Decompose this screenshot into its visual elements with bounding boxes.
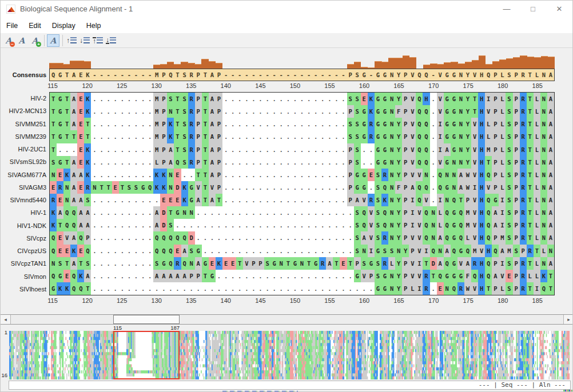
residue-cell[interactable]: A <box>70 93 77 105</box>
residue-cell[interactable]: S <box>354 219 361 231</box>
residue-cell[interactable]: A <box>437 231 444 244</box>
residue-cell[interactable]: . <box>340 231 347 244</box>
residue-cell[interactable]: . <box>229 118 236 130</box>
residue-cell[interactable]: . <box>202 231 209 244</box>
residue-cell[interactable]: T <box>63 105 70 118</box>
residue-cell[interactable]: V <box>437 93 444 105</box>
residue-cell[interactable]: R <box>520 118 527 130</box>
residue-cell[interactable]: K <box>70 245 77 257</box>
residue-cell[interactable]: G <box>57 118 63 130</box>
residue-cell[interactable]: . <box>250 156 257 169</box>
residue-cell[interactable]: S <box>167 93 174 105</box>
residue-cell[interactable]: . <box>236 130 243 143</box>
residue-cell[interactable]: P <box>492 169 499 181</box>
residue-cell[interactable]: P <box>402 219 409 231</box>
residue-cell[interactable]: . <box>326 118 333 130</box>
residue-cell[interactable]: . <box>319 169 326 181</box>
residue-cell[interactable]: . <box>105 156 112 169</box>
residue-cell[interactable]: V <box>437 156 444 169</box>
residue-cell[interactable]: . <box>285 282 292 295</box>
residue-cell[interactable]: T <box>63 93 70 105</box>
residue-cell[interactable]: . <box>229 219 236 231</box>
residue-cell[interactable]: P <box>492 93 499 105</box>
residue-cell[interactable]: . <box>285 156 292 169</box>
residue-cell[interactable]: . <box>243 156 250 169</box>
residue-cell[interactable]: G <box>312 257 319 270</box>
residue-cell[interactable]: G <box>57 93 63 105</box>
residue-cell[interactable]: . <box>319 219 326 231</box>
residue-cell[interactable]: . <box>222 245 229 257</box>
residue-cell[interactable]: Q <box>485 257 492 270</box>
residue-cell[interactable]: N <box>167 181 174 194</box>
residue-cell[interactable]: N <box>430 219 437 231</box>
residue-cell[interactable]: . <box>257 169 264 181</box>
residue-cell[interactable]: . <box>167 282 174 295</box>
residue-cell[interactable]: . <box>333 143 340 156</box>
residue-cell[interactable]: Q <box>540 282 547 295</box>
residue-cell[interactable]: P <box>402 257 409 270</box>
residue-cell[interactable]: . <box>299 169 305 181</box>
residue-cell[interactable]: A <box>70 194 77 206</box>
residue-cell[interactable]: . <box>361 143 368 156</box>
residue-cell[interactable]: . <box>292 118 299 130</box>
residue-cell[interactable]: . <box>112 156 119 169</box>
close-button[interactable]: ✕ <box>546 1 572 18</box>
residue-cell[interactable]: . <box>278 93 285 105</box>
residue-cell[interactable]: Y <box>464 143 471 156</box>
residue-cell[interactable]: T <box>70 130 77 143</box>
residue-cell[interactable]: A <box>209 105 216 118</box>
residue-cell[interactable]: P <box>402 169 409 181</box>
residue-cell[interactable]: R <box>381 169 388 181</box>
residue-cell[interactable]: . <box>91 206 98 219</box>
residue-cell[interactable]: . <box>257 206 264 219</box>
residue-cell[interactable]: V <box>478 245 485 257</box>
residue-cell[interactable]: . <box>202 206 209 219</box>
residue-cell[interactable]: . <box>105 105 112 118</box>
residue-cell[interactable]: V <box>409 231 416 244</box>
residue-cell[interactable]: . <box>98 118 105 130</box>
residue-cell[interactable]: . <box>91 93 98 105</box>
residue-cell[interactable]: P <box>402 181 409 194</box>
residue-cell[interactable]: S <box>181 130 188 143</box>
residue-cell[interactable]: T <box>50 105 57 118</box>
residue-cell[interactable]: N <box>50 257 57 270</box>
residue-cell[interactable]: . <box>250 130 257 143</box>
residue-cell[interactable]: G <box>451 118 457 130</box>
residue-cell[interactable]: . <box>112 245 119 257</box>
residue-cell[interactable]: A <box>547 105 554 118</box>
residue-cell[interactable]: . <box>229 231 236 244</box>
residue-cell[interactable]: A <box>77 206 84 219</box>
residue-cell[interactable]: . <box>340 130 347 143</box>
residue-cell[interactable]: N <box>388 169 395 181</box>
residue-cell[interactable]: P <box>195 130 202 143</box>
residue-cell[interactable]: . <box>126 245 133 257</box>
residue-cell[interactable]: G <box>381 93 388 105</box>
residue-cell[interactable]: G <box>381 130 388 143</box>
residue-cell[interactable]: . <box>146 105 153 118</box>
residue-cell[interactable]: . <box>285 231 292 244</box>
residue-cell[interactable]: . <box>312 245 319 257</box>
residue-cell[interactable]: Q <box>423 118 429 130</box>
residue-cell[interactable]: . <box>119 118 126 130</box>
residue-cell[interactable]: V <box>471 194 478 206</box>
residue-cell[interactable]: . <box>229 93 236 105</box>
residue-cell[interactable]: . <box>292 282 299 295</box>
residue-cell[interactable]: E <box>174 194 181 206</box>
residue-cell[interactable]: . <box>236 270 243 282</box>
residue-cell[interactable]: . <box>333 156 340 169</box>
residue-cell[interactable]: S <box>50 156 57 169</box>
residue-cell[interactable]: . <box>126 156 133 169</box>
residue-cell[interactable]: P <box>84 231 91 244</box>
residue-cell[interactable]: . <box>146 257 153 270</box>
residue-cell[interactable]: A <box>547 118 554 130</box>
residue-cell[interactable]: . <box>146 219 153 231</box>
residue-cell[interactable]: . <box>229 194 236 206</box>
residue-cell[interactable]: . <box>126 93 133 105</box>
residue-cell[interactable]: R <box>381 257 388 270</box>
residue-cell[interactable]: G <box>444 156 451 169</box>
residue-cell[interactable]: S <box>506 282 512 295</box>
residue-cell[interactable]: . <box>181 219 188 231</box>
residue-cell[interactable]: H <box>478 257 485 270</box>
residue-cell[interactable]: A <box>444 245 451 257</box>
residue-cell[interactable]: N <box>388 194 395 206</box>
